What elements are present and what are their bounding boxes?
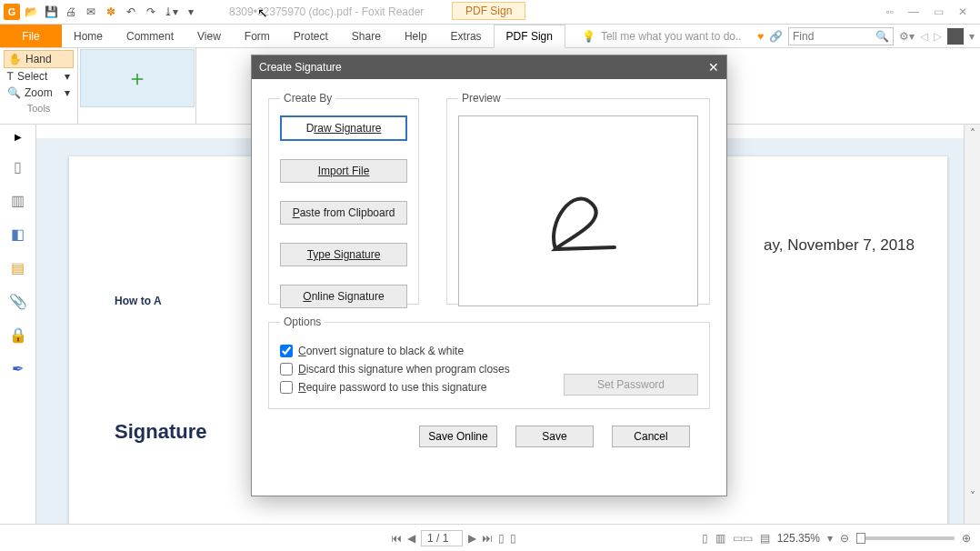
modal-layer: Create Signature ✕ Create By Draw Signat… [0, 0, 980, 551]
dialog-close-icon[interactable]: ✕ [708, 60, 719, 75]
opt-discard-checkbox[interactable] [280, 363, 293, 376]
set-password-button: Set Password [564, 374, 698, 396]
import-file-button[interactable]: Import File [280, 159, 407, 183]
create-signature-dialog: Create Signature ✕ Create By Draw Signat… [251, 55, 727, 496]
cancel-button[interactable]: Cancel [612, 426, 690, 447]
preview-legend: Preview [458, 92, 505, 105]
opt-require-password-checkbox[interactable] [280, 381, 293, 394]
save-button[interactable]: Save [515, 426, 594, 447]
dialog-title: Create Signature [259, 61, 342, 74]
create-by-legend: Create By [280, 92, 335, 105]
draw-signature-button[interactable]: Draw Signature [280, 115, 407, 141]
opt-convert-bw-checkbox[interactable] [280, 345, 293, 357]
options-group: Options Convert signature to black & whi… [268, 316, 710, 409]
preview-group: Preview [446, 92, 710, 305]
options-legend: Options [280, 316, 325, 328]
dialog-titlebar[interactable]: Create Signature ✕ [252, 55, 726, 79]
paste-clipboard-button[interactable]: Paste from Clipboard [280, 201, 407, 225]
create-by-group: Create By Draw Signature Import File Pas… [268, 92, 419, 305]
save-online-button[interactable]: Save Online [419, 426, 497, 447]
drawn-signature-icon [528, 176, 637, 267]
opt-convert-bw[interactable]: Convert signature to black & white [280, 345, 698, 357]
type-signature-button[interactable]: Type Signature [280, 243, 407, 266]
online-signature-button[interactable]: Online Signature [280, 285, 407, 308]
signature-preview-canvas [458, 115, 698, 306]
